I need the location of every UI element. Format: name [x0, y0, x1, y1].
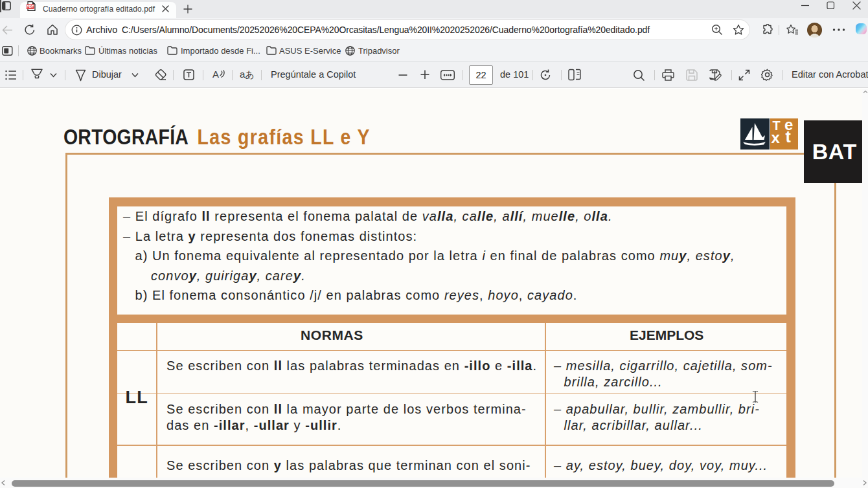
svg-text:PDF: PDF: [27, 5, 34, 8]
svg-text:A: A: [212, 69, 219, 80]
